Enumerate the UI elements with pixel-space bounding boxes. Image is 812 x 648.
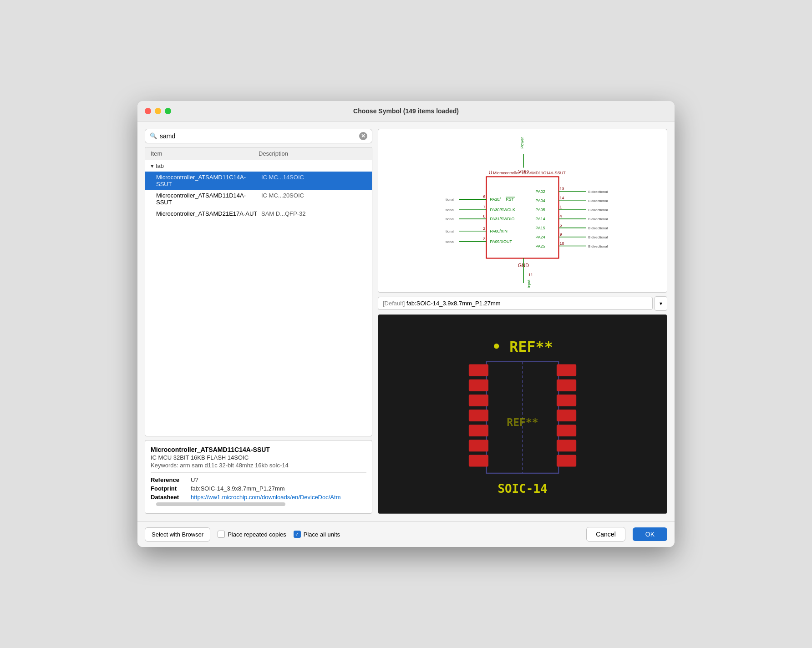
svg-text:PA28/: PA28/ bbox=[490, 197, 501, 202]
footprint-default-label: [Default] bbox=[383, 300, 406, 307]
group-fab: ▾ fab bbox=[145, 160, 372, 172]
svg-rect-70 bbox=[469, 455, 488, 466]
info-panel: Microcontroller_ATSAMD11C14A-SSUT IC MCU… bbox=[145, 440, 372, 514]
svg-rect-77 bbox=[557, 455, 576, 466]
svg-text:8: 8 bbox=[483, 214, 485, 218]
titlebar: Choose Symbol (149 items loaded) bbox=[137, 101, 675, 122]
pcb-ref-center: REF** bbox=[507, 416, 538, 428]
schematic-svg: Power VDD GND 11 input bbox=[378, 129, 667, 292]
search-clear-button[interactable]: ✕ bbox=[359, 132, 367, 140]
right-panel: Power VDD GND 11 input bbox=[378, 129, 667, 514]
svg-text:13: 13 bbox=[560, 187, 564, 191]
select-browser-button[interactable]: Select with Browser bbox=[145, 527, 210, 542]
footprint-label: Footprint bbox=[151, 485, 187, 492]
maximize-button[interactable] bbox=[165, 108, 171, 114]
place-all-label: Place all units bbox=[304, 531, 340, 538]
svg-text:Bidirectional: Bidirectional bbox=[588, 208, 608, 212]
list-item[interactable]: Microcontroller_ATSAMD21E17A-AUT SAM D..… bbox=[145, 208, 372, 219]
minimize-button[interactable] bbox=[155, 108, 161, 114]
svg-text:4: 4 bbox=[560, 214, 562, 218]
footprint-dropdown-text: [Default] fab:SOIC-14_3.9x8.7mm_P1.27mm bbox=[383, 300, 501, 307]
place-repeated-group: Place repeated copies bbox=[218, 531, 286, 538]
svg-text:tional: tional bbox=[446, 229, 454, 233]
datasheet-link[interactable]: https://ww1.microchip.com/downloads/en/D… bbox=[191, 494, 340, 501]
svg-text:PA25: PA25 bbox=[536, 243, 545, 248]
svg-text:Bidirectional: Bidirectional bbox=[588, 235, 608, 239]
footprint-dropdown[interactable]: [Default] fab:SOIC-14_3.9x8.7mm_P1.27mm bbox=[378, 297, 653, 310]
svg-text:RST: RST bbox=[506, 197, 514, 202]
close-button[interactable] bbox=[145, 108, 151, 114]
svg-rect-64 bbox=[469, 364, 488, 376]
svg-rect-76 bbox=[557, 440, 576, 451]
svg-text:PA02: PA02 bbox=[536, 189, 545, 194]
reference-label: Reference bbox=[151, 476, 187, 483]
svg-text:PA09/XOUT: PA09/XOUT bbox=[490, 239, 512, 243]
footprint-value: fab:SOIC-14_3.9x8.7mm_P1.27mm bbox=[406, 300, 501, 307]
svg-rect-73 bbox=[557, 395, 576, 406]
pcb-part-name: SOIC-14 bbox=[497, 482, 547, 496]
svg-text:input: input bbox=[527, 279, 531, 288]
place-all-group: ✓ Place all units bbox=[294, 531, 340, 538]
content-area: 🔍 ✕ Item Description ▾ fab Microcontroll… bbox=[137, 122, 675, 521]
svg-text:14: 14 bbox=[560, 196, 564, 200]
schematic-view: Power VDD GND 11 input bbox=[378, 129, 667, 293]
svg-text:Bidirectional: Bidirectional bbox=[588, 199, 608, 203]
info-divider bbox=[151, 472, 366, 473]
place-repeated-checkbox[interactable] bbox=[218, 531, 225, 538]
info-title: Microcontroller_ATSAMD11C14A-SSUT bbox=[151, 446, 366, 453]
svg-rect-66 bbox=[469, 395, 488, 406]
footprint-selector: [Default] fab:SOIC-14_3.9x8.7mm_P1.27mm … bbox=[378, 296, 667, 311]
svg-rect-74 bbox=[557, 410, 576, 421]
footer: Select with Browser Place repeated copie… bbox=[137, 521, 675, 547]
svg-text:tional: tional bbox=[446, 239, 454, 243]
svg-text:PA14: PA14 bbox=[536, 217, 545, 221]
svg-text:3: 3 bbox=[483, 236, 485, 241]
info-keywords: Keywords: arm sam d11c 32-bit 48mhz 16kb… bbox=[151, 462, 366, 469]
info-datasheet-row: Datasheet https://ww1.microchip.com/down… bbox=[151, 494, 366, 501]
svg-text:tional: tional bbox=[446, 217, 454, 221]
info-description: IC MCU 32BIT 16KB FLASH 14SOIC bbox=[151, 454, 366, 461]
svg-text:U: U bbox=[488, 170, 492, 175]
svg-text:PA05: PA05 bbox=[536, 208, 545, 212]
svg-text:5: 5 bbox=[560, 223, 562, 228]
ok-button[interactable]: OK bbox=[633, 527, 667, 541]
search-bar: 🔍 ✕ bbox=[145, 129, 372, 143]
column-item: Item bbox=[151, 150, 259, 157]
svg-text:PA08/XIN: PA08/XIN bbox=[490, 229, 508, 233]
info-reference-row: Reference U? bbox=[151, 476, 366, 483]
dropdown-arrow-button[interactable]: ▾ bbox=[655, 296, 667, 311]
group-collapse-icon: ▾ bbox=[151, 162, 154, 169]
search-input[interactable] bbox=[160, 132, 356, 140]
svg-text:Bidirectional: Bidirectional bbox=[588, 244, 608, 248]
svg-text:Microcontroller_ATSAMD11C14A-S: Microcontroller_ATSAMD11C14A-SSUT bbox=[493, 171, 566, 175]
symbol-list: Item Description ▾ fab Microcontroller_A… bbox=[145, 147, 372, 436]
list-header: Item Description bbox=[145, 147, 372, 160]
footprint-value: fab:SOIC-14_3.9x8.7mm_P1.27mm bbox=[191, 485, 285, 492]
svg-text:Bidirectional: Bidirectional bbox=[588, 226, 608, 230]
svg-text:1: 1 bbox=[560, 205, 562, 209]
svg-text:PA24: PA24 bbox=[536, 235, 545, 239]
datasheet-label: Datasheet bbox=[151, 494, 187, 501]
list-item[interactable]: Microcontroller_ATSAMD11C14A-SSUT IC MC.… bbox=[145, 172, 372, 190]
window-controls bbox=[145, 108, 171, 114]
place-all-checkbox[interactable]: ✓ bbox=[294, 531, 301, 538]
main-window: Choose Symbol (149 items loaded) 🔍 ✕ Ite… bbox=[137, 101, 675, 547]
svg-text:9: 9 bbox=[560, 232, 562, 237]
svg-rect-67 bbox=[469, 410, 488, 421]
pcb-svg: • REF** bbox=[378, 315, 667, 513]
svg-text:Bidirectional: Bidirectional bbox=[588, 217, 608, 221]
svg-text:PA04: PA04 bbox=[536, 198, 545, 203]
svg-rect-68 bbox=[469, 425, 488, 436]
svg-text:Power: Power bbox=[520, 137, 524, 148]
pcb-view: • REF** bbox=[378, 314, 667, 514]
svg-rect-65 bbox=[469, 380, 488, 391]
cancel-button[interactable]: Cancel bbox=[586, 527, 625, 542]
left-panel: 🔍 ✕ Item Description ▾ fab Microcontroll… bbox=[145, 129, 372, 514]
svg-rect-71 bbox=[557, 364, 576, 376]
svg-rect-75 bbox=[557, 425, 576, 436]
info-footprint-row: Footprint fab:SOIC-14_3.9x8.7mm_P1.27mm bbox=[151, 485, 366, 492]
list-item[interactable]: Microcontroller_ATSAMD11D14A-SSUT IC MC.… bbox=[145, 190, 372, 208]
reference-value: U? bbox=[191, 476, 198, 483]
svg-text:PA30/SWCLK: PA30/SWCLK bbox=[490, 208, 515, 212]
svg-text:11: 11 bbox=[528, 273, 533, 277]
